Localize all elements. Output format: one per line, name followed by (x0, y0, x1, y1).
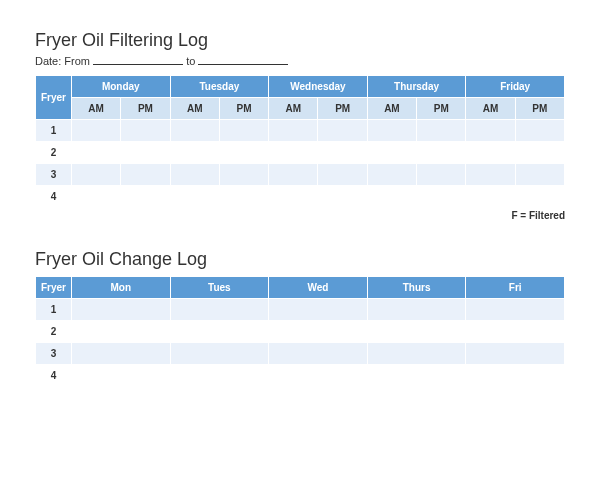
date-range-line: Date: From to (35, 55, 565, 67)
filtering-legend: F = Filtered (35, 210, 565, 221)
change-cell[interactable] (72, 343, 171, 365)
filtering-cell[interactable] (269, 120, 318, 142)
change-fryer-header: Fryer (36, 277, 72, 299)
filtering-day-header: Tuesday (170, 76, 269, 98)
filtering-day-header: Friday (466, 76, 565, 98)
date-from-blank[interactable] (93, 55, 183, 65)
filtering-cell[interactable] (515, 142, 564, 164)
filtering-cell[interactable] (466, 186, 515, 208)
filtering-cell[interactable] (219, 142, 268, 164)
change-title: Fryer Oil Change Log (35, 249, 565, 270)
table-row: 1 (36, 299, 565, 321)
filtering-cell[interactable] (318, 120, 367, 142)
table-row: 4 (36, 186, 565, 208)
filtering-am-header: AM (269, 98, 318, 120)
date-to-blank[interactable] (198, 55, 288, 65)
change-cell[interactable] (367, 299, 466, 321)
filtering-cell[interactable] (466, 142, 515, 164)
filtering-row-label: 3 (36, 164, 72, 186)
filtering-cell[interactable] (121, 164, 170, 186)
filtering-cell[interactable] (72, 142, 121, 164)
filtering-cell[interactable] (417, 164, 466, 186)
filtering-cell[interactable] (318, 186, 367, 208)
change-day-header: Fri (466, 277, 565, 299)
filtering-am-header: AM (72, 98, 121, 120)
filtering-cell[interactable] (269, 142, 318, 164)
change-cell[interactable] (367, 321, 466, 343)
filtering-cell[interactable] (72, 186, 121, 208)
date-mid: to (186, 55, 195, 67)
filtering-cell[interactable] (466, 120, 515, 142)
change-cell[interactable] (170, 365, 269, 387)
change-cell[interactable] (72, 299, 171, 321)
change-cell[interactable] (170, 321, 269, 343)
filtering-cell[interactable] (318, 164, 367, 186)
filtering-am-header: AM (367, 98, 416, 120)
change-day-header: Thurs (367, 277, 466, 299)
filtering-cell[interactable] (515, 186, 564, 208)
change-row-label: 1 (36, 299, 72, 321)
filtering-cell[interactable] (367, 164, 416, 186)
filtering-cell[interactable] (72, 164, 121, 186)
filtering-pm-header: PM (515, 98, 564, 120)
filtering-pm-header: PM (318, 98, 367, 120)
change-cell[interactable] (466, 343, 565, 365)
filtering-cell[interactable] (170, 186, 219, 208)
filtering-fryer-header: Fryer (36, 76, 72, 120)
table-row: 1 (36, 120, 565, 142)
change-cell[interactable] (170, 299, 269, 321)
filtering-cell[interactable] (318, 142, 367, 164)
filtering-cell[interactable] (367, 142, 416, 164)
change-cell[interactable] (72, 365, 171, 387)
filtering-day-header: Thursday (367, 76, 466, 98)
filtering-cell[interactable] (219, 186, 268, 208)
filtering-cell[interactable] (219, 164, 268, 186)
filtering-row-label: 1 (36, 120, 72, 142)
change-cell[interactable] (367, 365, 466, 387)
filtering-cell[interactable] (269, 186, 318, 208)
filtering-cell[interactable] (269, 164, 318, 186)
filtering-row-label: 4 (36, 186, 72, 208)
filtering-cell[interactable] (417, 186, 466, 208)
change-cell[interactable] (269, 343, 368, 365)
filtering-cell[interactable] (170, 120, 219, 142)
filtering-pm-header: PM (417, 98, 466, 120)
filtering-cell[interactable] (170, 164, 219, 186)
change-cell[interactable] (466, 299, 565, 321)
filtering-cell[interactable] (417, 142, 466, 164)
filtering-cell[interactable] (466, 164, 515, 186)
filtering-am-header: AM (170, 98, 219, 120)
filtering-cell[interactable] (367, 186, 416, 208)
filtering-pm-header: PM (121, 98, 170, 120)
filtering-cell[interactable] (72, 120, 121, 142)
change-cell[interactable] (170, 343, 269, 365)
table-row: 3 (36, 164, 565, 186)
filtering-cell[interactable] (417, 120, 466, 142)
change-cell[interactable] (269, 321, 368, 343)
filtering-cell[interactable] (121, 142, 170, 164)
filtering-cell[interactable] (121, 186, 170, 208)
date-prefix: Date: From (35, 55, 90, 67)
change-cell[interactable] (466, 321, 565, 343)
filtering-cell[interactable] (121, 120, 170, 142)
change-table: Fryer Mon Tues Wed Thurs Fri 1 2 3 4 (35, 276, 565, 387)
change-row-label: 4 (36, 365, 72, 387)
change-cell[interactable] (466, 365, 565, 387)
filtering-cell[interactable] (170, 142, 219, 164)
filtering-cell[interactable] (367, 120, 416, 142)
filtering-table: Fryer Monday Tuesday Wednesday Thursday … (35, 75, 565, 208)
filtering-title: Fryer Oil Filtering Log (35, 30, 565, 51)
change-cell[interactable] (367, 343, 466, 365)
change-cell[interactable] (269, 299, 368, 321)
change-day-header: Mon (72, 277, 171, 299)
filtering-cell[interactable] (515, 164, 564, 186)
change-row-label: 2 (36, 321, 72, 343)
change-cell[interactable] (72, 321, 171, 343)
filtering-cell[interactable] (219, 120, 268, 142)
change-row-label: 3 (36, 343, 72, 365)
change-cell[interactable] (269, 365, 368, 387)
filtering-cell[interactable] (515, 120, 564, 142)
change-day-header: Wed (269, 277, 368, 299)
table-row: 2 (36, 321, 565, 343)
table-row: 4 (36, 365, 565, 387)
